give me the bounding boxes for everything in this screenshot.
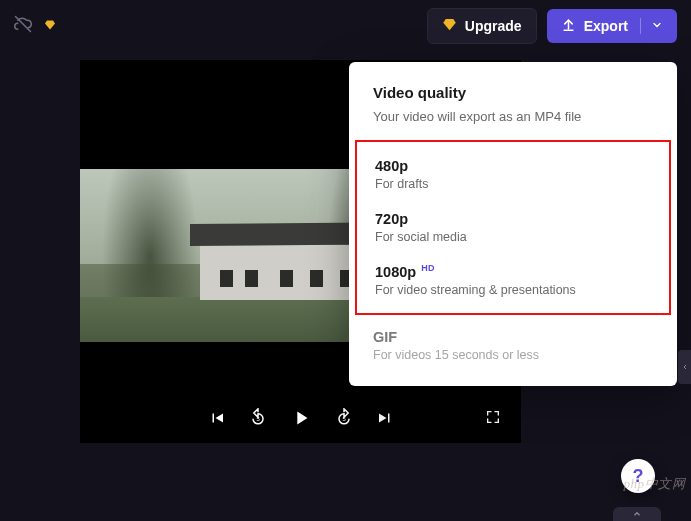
quality-options-highlight: 480p For drafts 720p For social media 10… — [355, 140, 671, 315]
play-button[interactable] — [290, 407, 312, 429]
upgrade-button[interactable]: Upgrade — [427, 8, 537, 44]
gif-label: GIF — [373, 329, 653, 345]
export-button[interactable]: Export — [547, 9, 677, 43]
svg-text:5: 5 — [342, 416, 345, 422]
chevron-down-icon — [640, 18, 663, 34]
rewind-5-button[interactable]: 5 — [248, 408, 268, 428]
dropdown-title: Video quality — [373, 84, 653, 101]
premium-diamond-icon — [44, 19, 56, 34]
topbar: Upgrade Export — [0, 0, 691, 52]
quality-label: 1080p HD — [375, 264, 651, 280]
quality-label: 720p — [375, 211, 651, 227]
quality-option-gif[interactable]: GIF For videos 15 seconds or less — [349, 315, 677, 370]
skip-start-button[interactable] — [208, 409, 226, 427]
topbar-right: Upgrade Export — [427, 8, 677, 44]
quality-option-1080p[interactable]: 1080p HD For video streaming & presentat… — [357, 254, 669, 307]
side-panel-collapse[interactable] — [678, 350, 691, 384]
timeline-collapse[interactable] — [613, 507, 661, 521]
skip-end-button[interactable] — [376, 409, 394, 427]
dropdown-header: Video quality Your video will export as … — [349, 84, 677, 140]
quality-option-480p[interactable]: 480p For drafts — [357, 148, 669, 201]
quality-sub: For drafts — [375, 177, 651, 191]
watermark: php中文网 — [624, 475, 686, 493]
quality-sub: For social media — [375, 230, 651, 244]
upload-icon — [561, 17, 576, 35]
dropdown-subtitle: Your video will export as an MP4 file — [373, 109, 653, 124]
quality-sub: For video streaming & presentations — [375, 283, 651, 297]
topbar-left — [14, 15, 56, 37]
svg-text:5: 5 — [256, 416, 259, 422]
diamond-icon — [442, 17, 457, 35]
export-label: Export — [584, 18, 628, 34]
export-quality-dropdown: Video quality Your video will export as … — [349, 62, 677, 386]
gif-sub: For videos 15 seconds or less — [373, 348, 653, 362]
hd-badge: HD — [421, 263, 435, 273]
upgrade-label: Upgrade — [465, 18, 522, 34]
cloud-off-icon — [14, 15, 32, 37]
player-controls: 5 5 — [80, 407, 521, 429]
forward-5-button[interactable]: 5 — [334, 408, 354, 428]
quality-label: 480p — [375, 158, 651, 174]
quality-option-720p[interactable]: 720p For social media — [357, 201, 669, 254]
fullscreen-button[interactable] — [485, 409, 501, 429]
